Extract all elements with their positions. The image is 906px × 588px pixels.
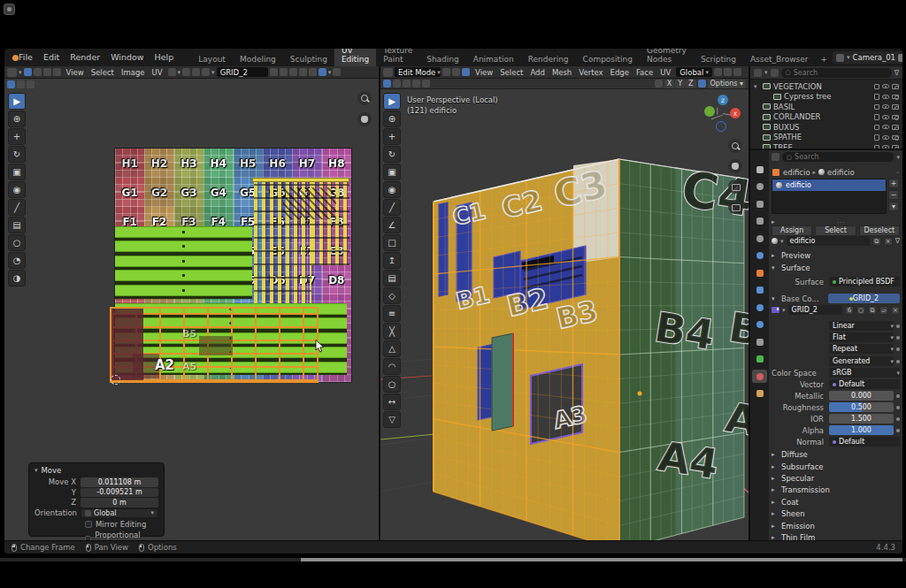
uv-selected-face-strip[interactable] xyxy=(115,270,252,281)
disclosure-arrow-icon[interactable]: ▸ xyxy=(772,451,779,458)
scene-selector[interactable]: ▾ Camera_01 xyxy=(833,51,902,64)
edge-slide-tool[interactable]: ↔ xyxy=(383,393,401,410)
toggle-perspective-icon[interactable] xyxy=(728,179,742,194)
texture-tab[interactable] xyxy=(752,387,767,401)
uv-sync-select-icon[interactable] xyxy=(24,68,32,76)
uv-edge-mode-icon[interactable] xyxy=(27,80,35,88)
hide-eye-icon[interactable] xyxy=(882,95,889,99)
workspace-tab-texture-paint[interactable]: Texture Paint xyxy=(376,49,419,66)
material-name-field[interactable]: edificio xyxy=(787,236,870,247)
scale-tool[interactable]: ▣ xyxy=(383,164,401,180)
editor-type-icon[interactable] xyxy=(383,68,393,77)
outliner-item-basil[interactable]: BASIL xyxy=(750,102,902,112)
select-button[interactable]: Select xyxy=(815,225,856,236)
viewport-menu-face[interactable]: Face xyxy=(633,66,656,79)
outliner-item-spathe[interactable]: SPATHE xyxy=(750,133,902,143)
workspace-tab-scripting[interactable]: Scripting xyxy=(694,52,743,66)
move-tool[interactable]: + xyxy=(383,128,401,145)
rotate-tool[interactable]: ↻ xyxy=(383,146,401,163)
modifiers-tab[interactable] xyxy=(752,284,767,297)
proportional-edit-icon[interactable] xyxy=(192,68,200,76)
animate-dot[interactable] xyxy=(896,429,900,432)
fake-user-icon[interactable] xyxy=(270,68,278,76)
disable-render-icon[interactable] xyxy=(892,95,899,100)
transform-tool[interactable]: ◉ xyxy=(8,181,26,198)
editor-type-icon[interactable] xyxy=(754,69,762,77)
uv-menu-select[interactable]: Select xyxy=(88,66,118,79)
properties-search-input[interactable] xyxy=(795,153,889,161)
navigation-gizmo[interactable]: ZX xyxy=(703,94,743,134)
uv-select-face-icon[interactable] xyxy=(53,68,61,76)
animate-dot[interactable] xyxy=(896,406,900,409)
view-layer-tab[interactable] xyxy=(752,215,767,228)
cursor-tool[interactable]: ⊕ xyxy=(383,111,401,127)
uv-select-vertex-icon[interactable] xyxy=(34,68,42,76)
loop-cut-tool[interactable]: ≡ xyxy=(383,305,401,322)
metallic-slider[interactable]: 0.000 xyxy=(829,391,894,401)
disable-render-icon[interactable] xyxy=(892,115,899,120)
ior-slider[interactable]: 1.500 xyxy=(829,414,894,424)
workspace-tab-compositing[interactable]: Compositing xyxy=(576,52,640,66)
hide-eye-icon[interactable] xyxy=(882,84,889,88)
image-name-field[interactable]: GRID_2 xyxy=(788,305,842,316)
vertex-select-mode-icon[interactable] xyxy=(442,68,450,76)
disclosure-arrow-icon[interactable]: ▸ xyxy=(772,475,779,482)
uv-selected-face-strip[interactable] xyxy=(115,226,252,238)
uv-selected-face-strip[interactable] xyxy=(115,256,252,267)
pinch-tool[interactable]: ◔ xyxy=(8,252,26,269)
editor-type-icon[interactable] xyxy=(7,68,17,77)
exclude-checkbox-icon[interactable] xyxy=(874,134,880,141)
base-color-value-field[interactable]: GRID_2 xyxy=(828,294,900,304)
pin-icon[interactable] xyxy=(309,68,317,76)
dropdown-generated[interactable]: Generated▾ xyxy=(829,356,894,367)
deselect-button[interactable]: Deselect xyxy=(859,225,900,236)
topbar-menu-edit[interactable]: Edit xyxy=(38,49,65,66)
pan-hand-icon[interactable] xyxy=(357,112,372,126)
outliner-search-input[interactable] xyxy=(794,69,887,77)
filter-funnel-icon[interactable]: ∇ xyxy=(894,69,899,77)
slot-specials-button[interactable]: ▾ xyxy=(888,202,899,211)
video-progress-bar[interactable] xyxy=(0,558,906,561)
dropdown-repeat[interactable]: Repeat▾ xyxy=(829,344,894,355)
users-count-button[interactable]: 6 xyxy=(845,306,854,315)
snap-settings-icon[interactable] xyxy=(698,80,706,88)
poly-build-tool[interactable]: △ xyxy=(383,340,401,357)
hide-eye-icon[interactable] xyxy=(882,115,889,119)
animate-dot[interactable] xyxy=(896,360,900,363)
shading-solid-icon[interactable] xyxy=(383,80,391,88)
scene-tab[interactable] xyxy=(752,232,767,245)
rotate-tool[interactable]: ↻ xyxy=(8,146,26,163)
scale-tool[interactable]: ▣ xyxy=(8,164,26,180)
disclosure-arrow-icon[interactable]: ▾ xyxy=(754,83,760,90)
alpha-slider[interactable]: 1.000 xyxy=(829,425,894,436)
measure-tool[interactable]: ∠ xyxy=(383,217,401,233)
knife-tool[interactable]: ╳ xyxy=(383,323,401,340)
tweak-tool[interactable]: ▶ xyxy=(383,93,401,110)
shrink-flatten-tool[interactable]: ▽ xyxy=(383,411,401,428)
disclosure-arrow-icon[interactable]: ▸ xyxy=(772,486,779,493)
exclude-checkbox-icon[interactable] xyxy=(874,84,880,90)
checkbox[interactable] xyxy=(85,536,91,541)
add-slot-button[interactable]: + xyxy=(888,179,899,188)
transform-tool[interactable]: ◉ xyxy=(383,181,401,198)
axis-z-ball[interactable]: Z xyxy=(718,95,728,105)
disable-render-icon[interactable] xyxy=(892,125,899,130)
add-cube-tool[interactable]: □ xyxy=(383,234,401,251)
smear-tool[interactable]: ◑ xyxy=(8,270,26,286)
disclosure-arrow-icon[interactable]: ▾ xyxy=(772,295,779,302)
shading-material-icon[interactable] xyxy=(393,80,401,88)
pivot-point-icon[interactable] xyxy=(714,68,722,76)
bevel-tool[interactable]: ◇ xyxy=(383,287,401,304)
viewport-canvas[interactable]: User Perspective (Local) (121) edificio … xyxy=(380,89,749,540)
proportional-edit-icon[interactable] xyxy=(733,68,741,76)
animate-dot[interactable] xyxy=(896,325,900,328)
open-folder-icon[interactable]: ▱ xyxy=(879,306,888,315)
unlink-icon[interactable]: × xyxy=(891,306,900,315)
render-tab[interactable] xyxy=(752,180,767,194)
uv-face-mode-icon[interactable] xyxy=(17,80,25,88)
topbar-menu-window[interactable]: Window xyxy=(105,49,149,66)
outliner-item-vegetacion[interactable]: ▾VEGETACION xyxy=(750,81,902,92)
mirror-axis-x[interactable]: X xyxy=(664,80,674,88)
exclude-checkbox-icon[interactable] xyxy=(874,104,880,111)
uv-selected-face-strip[interactable] xyxy=(115,285,252,296)
